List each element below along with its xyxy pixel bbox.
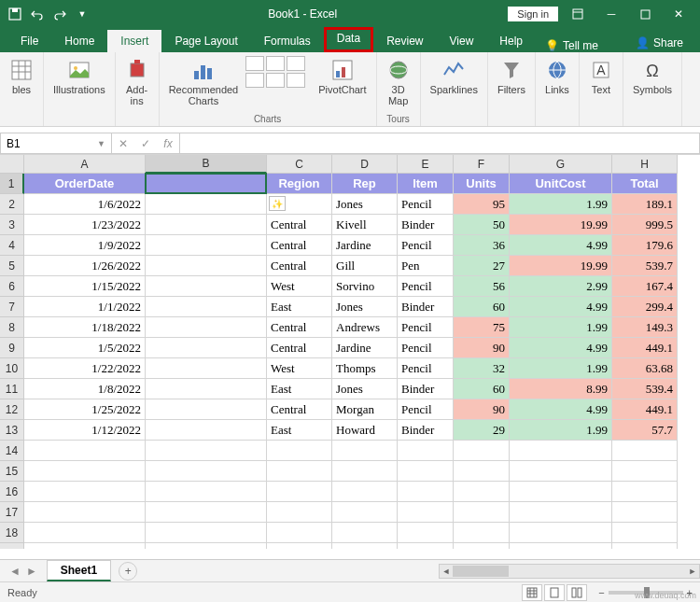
chevron-down-icon[interactable]: ▼ bbox=[97, 139, 105, 148]
cell[interactable]: 50 bbox=[454, 215, 510, 235]
cell[interactable]: Binder bbox=[398, 297, 454, 317]
col-header-G[interactable]: G bbox=[510, 155, 612, 174]
signin-button[interactable]: Sign in bbox=[508, 7, 558, 21]
maximize-icon[interactable] bbox=[631, 3, 659, 26]
cell[interactable] bbox=[146, 441, 267, 461]
tab-home[interactable]: Home bbox=[51, 30, 107, 52]
cell[interactable]: 60 bbox=[454, 379, 510, 399]
cell[interactable]: 179.6 bbox=[612, 235, 678, 256]
cell[interactable] bbox=[398, 461, 454, 482]
cell[interactable]: 90 bbox=[454, 399, 510, 420]
cell[interactable]: Jones bbox=[332, 297, 398, 317]
cell[interactable]: 1/23/2022 bbox=[24, 215, 146, 235]
cell[interactable] bbox=[24, 441, 146, 461]
cell[interactable]: Binder bbox=[398, 420, 454, 441]
cell[interactable]: 1.99 bbox=[510, 194, 612, 215]
row-header-6[interactable]: 6 bbox=[0, 276, 24, 297]
cell[interactable] bbox=[267, 523, 332, 543]
cell[interactable] bbox=[454, 502, 510, 523]
cell[interactable]: Jones bbox=[332, 194, 398, 215]
col-header-A[interactable]: A bbox=[24, 155, 146, 174]
col-header-F[interactable]: F bbox=[454, 155, 510, 174]
cell[interactable]: Morgan bbox=[332, 399, 398, 420]
row-header-7[interactable]: 7 bbox=[0, 297, 24, 317]
cell[interactable] bbox=[24, 543, 146, 549]
header-cell-G[interactable]: UnitCost bbox=[510, 174, 612, 194]
header-cell-C[interactable]: Region bbox=[267, 174, 332, 194]
cell[interactable]: 999.5 bbox=[612, 215, 678, 235]
cell[interactable] bbox=[146, 276, 267, 297]
chart-bar-icon[interactable] bbox=[245, 56, 264, 71]
cell[interactable]: 90 bbox=[454, 338, 510, 358]
row-header-3[interactable]: 3 bbox=[0, 215, 24, 235]
tables-button[interactable]: bles bbox=[7, 56, 35, 97]
cell[interactable]: Howard bbox=[332, 420, 398, 441]
undo-icon[interactable] bbox=[30, 7, 45, 21]
cell[interactable] bbox=[146, 317, 267, 338]
tab-page-layout[interactable]: Page Layout bbox=[161, 30, 250, 52]
tell-me-search[interactable]: 💡 Tell me bbox=[536, 39, 608, 52]
row-header-8[interactable]: 8 bbox=[0, 317, 24, 338]
col-header-D[interactable]: D bbox=[332, 155, 398, 174]
col-header-B[interactable]: B bbox=[146, 155, 267, 174]
cell[interactable] bbox=[612, 461, 678, 482]
cell[interactable]: West bbox=[267, 358, 332, 379]
3dmap-button[interactable]: 3D Map bbox=[385, 56, 413, 108]
cell[interactable] bbox=[146, 420, 267, 441]
cell[interactable]: Pencil bbox=[398, 338, 454, 358]
row-header-9[interactable]: 9 bbox=[0, 338, 24, 358]
cell[interactable]: 63.68 bbox=[612, 358, 678, 379]
cell[interactable]: Pen bbox=[398, 256, 454, 276]
filters-button[interactable]: Filters bbox=[496, 56, 527, 97]
cell[interactable]: 1/8/2022 bbox=[24, 379, 146, 399]
cell[interactable]: Pencil bbox=[398, 194, 454, 215]
cell[interactable]: East bbox=[267, 420, 332, 441]
cell[interactable] bbox=[612, 523, 678, 543]
cell[interactable] bbox=[146, 215, 267, 235]
sparklines-button[interactable]: Sparklines bbox=[428, 56, 480, 97]
cell[interactable]: Pencil bbox=[398, 235, 454, 256]
cell[interactable] bbox=[146, 543, 267, 549]
cell[interactable] bbox=[510, 523, 612, 543]
chart-scatter-icon[interactable] bbox=[287, 73, 305, 88]
cell[interactable] bbox=[510, 543, 612, 549]
row-header-13[interactable]: 13 bbox=[0, 420, 24, 441]
cell[interactable]: Thomps bbox=[332, 358, 398, 379]
cell[interactable]: 36 bbox=[454, 235, 510, 256]
cell[interactable] bbox=[332, 461, 398, 482]
header-cell-F[interactable]: Units bbox=[454, 174, 510, 194]
cell[interactable] bbox=[24, 461, 146, 482]
cell[interactable]: 539.7 bbox=[612, 256, 678, 276]
header-cell-H[interactable]: Total bbox=[612, 174, 678, 194]
recommended-charts-button[interactable]: Recommended Charts bbox=[167, 56, 241, 108]
row-header-19[interactable]: 19 bbox=[0, 543, 24, 549]
scroll-left-icon[interactable]: ◄ bbox=[440, 565, 453, 578]
cell[interactable] bbox=[454, 523, 510, 543]
cell[interactable] bbox=[454, 461, 510, 482]
row-header-14[interactable]: 14 bbox=[0, 441, 24, 461]
row-header-12[interactable]: 12 bbox=[0, 399, 24, 420]
sheet-tab-1[interactable]: Sheet1 bbox=[47, 560, 111, 581]
addins-button[interactable]: Add- ins bbox=[123, 56, 151, 108]
cell[interactable]: 299.4 bbox=[612, 297, 678, 317]
row-header-16[interactable]: 16 bbox=[0, 482, 24, 502]
cell[interactable] bbox=[398, 543, 454, 549]
cell[interactable]: 75 bbox=[454, 317, 510, 338]
enter-formula-icon[interactable]: ✓ bbox=[134, 137, 157, 150]
cell[interactable]: 32 bbox=[454, 358, 510, 379]
cell[interactable] bbox=[146, 338, 267, 358]
cell[interactable] bbox=[146, 399, 267, 420]
cell[interactable] bbox=[332, 482, 398, 502]
header-cell-B[interactable] bbox=[146, 174, 267, 194]
cell[interactable]: 149.3 bbox=[612, 317, 678, 338]
cell[interactable]: Binder bbox=[398, 215, 454, 235]
sheet-nav-next-icon[interactable]: ► bbox=[26, 565, 37, 578]
cell[interactable]: Pencil bbox=[398, 276, 454, 297]
view-page-layout-icon[interactable] bbox=[544, 584, 565, 601]
cell[interactable] bbox=[267, 543, 332, 549]
row-header-1[interactable]: 1 bbox=[0, 174, 24, 194]
share-button[interactable]: 👤 Share bbox=[628, 34, 691, 52]
col-header-H[interactable]: H bbox=[612, 155, 678, 174]
cell[interactable] bbox=[267, 482, 332, 502]
chart-stat-icon[interactable] bbox=[266, 73, 285, 88]
